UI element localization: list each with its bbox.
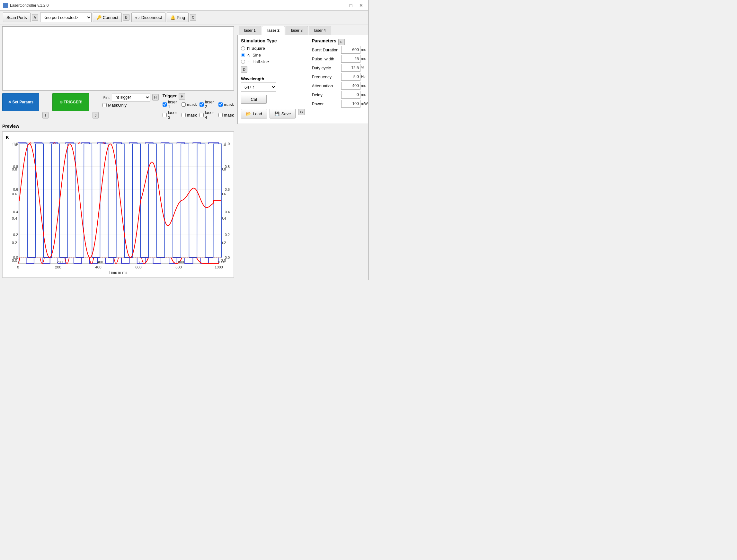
tab-laser4[interactable]: laser 4 — [309, 26, 331, 35]
left-panel: ✕ Set Params I ⊕ TRIGGER! J Pin: IntTrig… — [0, 24, 236, 280]
trigger-laser3-checkbox-label[interactable]: laser 3 — [162, 110, 179, 120]
trigger-laser4-checkbox-label[interactable]: laser 4 — [199, 110, 216, 120]
radio-group: ⊓ Square ∿ Sine ∼ Half-sin — [241, 46, 305, 64]
set-params-label: ✕ Set Params — [8, 100, 33, 104]
trigger-laser1-checkbox-label[interactable]: laser 1 — [162, 100, 179, 109]
halfsine-label: Half-sine — [252, 59, 269, 64]
load-save-row: 📂 Load 💾 Save G — [241, 107, 305, 120]
mask2-checkbox-label[interactable]: mask — [218, 102, 234, 107]
trigger-laser2-checkbox-label[interactable]: laser 2 — [199, 100, 216, 109]
trigger-laser3-checkbox[interactable] — [162, 113, 167, 117]
trigger-button[interactable]: ⊕ TRIGGER! — [52, 93, 89, 111]
ping-button[interactable]: 🔔 Ping — [167, 13, 189, 22]
duty-cycle-label: Duty cycle — [311, 66, 338, 70]
console-area — [2, 26, 234, 91]
cal-button[interactable]: Cal — [241, 95, 267, 104]
tabs-row: laser 1 laser 2 laser 3 laser 4 ? — [236, 24, 368, 35]
pin-select[interactable]: IntTrigger ExtTrigger Pin2 Pin3 — [112, 93, 150, 101]
pulse-width-label: Pulse_width — [311, 57, 338, 61]
delay-input-group: ms — [341, 91, 368, 99]
mask4-checkbox[interactable] — [218, 113, 223, 117]
radio-halfsine-label[interactable]: ∼ Half-sine — [241, 59, 305, 64]
connect-icon: 🔑 — [96, 15, 101, 20]
radio-sine-label[interactable]: ∿ Sine — [241, 53, 305, 57]
delay-label: Delay — [311, 92, 338, 97]
maximize-button[interactable]: □ — [346, 2, 355, 9]
trigger-heading: Trigger — [162, 93, 177, 98]
titlebar-controls: – □ ✕ — [336, 2, 365, 9]
preview-label: Preview — [0, 122, 21, 129]
power-input[interactable] — [341, 100, 360, 108]
label-g-badge: G — [298, 109, 304, 115]
pin-controls: Pin: IntTrigger ExtTrigger Pin2 Pin3 H M… — [102, 93, 159, 108]
tab-laser1[interactable]: laser 1 — [239, 26, 261, 35]
radio-square-label[interactable]: ⊓ Square — [241, 46, 305, 51]
pulse-width-input[interactable] — [341, 55, 360, 63]
stim-type-section: Stimulation Type ⊓ Square ∿ Sine — [241, 38, 305, 120]
scan-ports-button[interactable]: Scan Ports — [3, 13, 31, 22]
trigger-grid: laser 1 mask laser 2 mask laser 3 mask l… — [162, 100, 234, 120]
frequency-input[interactable] — [341, 73, 360, 81]
trigger-label: ⊕ TRIGGER! — [59, 100, 83, 104]
load-icon: 📂 — [246, 111, 251, 116]
burst-duration-label: Burst Duration — [311, 48, 338, 52]
right-panel: laser 1 laser 2 laser 3 laser 4 ? Stimul… — [236, 24, 368, 280]
trigger-laser2-checkbox[interactable] — [199, 102, 204, 107]
square-icon: ⊓ — [247, 46, 250, 51]
params-heading-row: Parameters E — [311, 38, 368, 46]
burst-duration-input[interactable] — [341, 46, 360, 54]
square-label: Square — [251, 46, 265, 51]
label-j-badge: J — [92, 112, 99, 118]
params-grid: Burst Duration ms ▲ ▼ Pulse_width — [311, 46, 368, 108]
delay-input[interactable] — [341, 91, 360, 99]
pin-label: Pin: — [102, 95, 110, 100]
titlebar-left: LaserController v.1.2.0 — [3, 3, 49, 8]
preview-row: Preview — [0, 122, 236, 129]
save-icon: 💾 — [274, 111, 279, 116]
chart-wrap: 1.0 0.8 0.6 0.4 0.2 0.0 1.0 0.8 0.6 0.4 … — [6, 140, 230, 269]
save-button[interactable]: 💾 Save — [269, 109, 296, 118]
trigger-laser1-checkbox[interactable] — [162, 102, 167, 107]
disconnect-button[interactable]: ●○ Disconnect — [131, 13, 165, 22]
mask4-checkbox-label[interactable]: mask — [218, 113, 234, 118]
mask1-checkbox-label[interactable]: mask — [181, 102, 197, 107]
body-area: ✕ Set Params I ⊕ TRIGGER! J Pin: IntTrig… — [0, 24, 368, 280]
attenuation-input-group: ms — [341, 82, 368, 90]
close-button[interactable]: ✕ — [356, 2, 365, 9]
label-h-badge: H — [152, 94, 159, 101]
maskonly-checkbox-label[interactable]: MaskOnly — [102, 103, 159, 108]
main-window: LaserController v.1.2.0 – □ ✕ Scan Ports… — [0, 0, 368, 280]
radio-sine[interactable] — [241, 53, 245, 57]
attenuation-input[interactable] — [341, 82, 360, 90]
power-input-group: mW — [341, 100, 368, 108]
controls-row: ✕ Set Params I ⊕ TRIGGER! J Pin: IntTrig… — [0, 91, 236, 122]
stim-type-heading: Stimulation Type — [241, 38, 305, 43]
minimize-button[interactable]: – — [336, 2, 345, 9]
radio-halfsine[interactable] — [241, 60, 245, 64]
wavelength-section: Wavelength 647 r 532 g 488 b 405 v — [241, 76, 305, 92]
chart-area: K 1.0 0.8 0.6 0.4 0.2 0.0 1.0 0.8 0. — [2, 131, 234, 278]
mask1-checkbox[interactable] — [181, 102, 186, 107]
trigger-laser4-checkbox[interactable] — [199, 113, 204, 117]
mask2-checkbox[interactable] — [218, 102, 223, 107]
mask3-checkbox[interactable] — [181, 113, 186, 117]
app-icon — [3, 3, 8, 8]
tab-laser3[interactable]: laser 3 — [285, 26, 308, 35]
label-k-badge: K — [6, 135, 9, 140]
tab-laser2[interactable]: laser 2 — [262, 26, 285, 35]
load-button[interactable]: 📂 Load — [241, 109, 267, 118]
port-select[interactable]: <no port selected> — [40, 13, 92, 22]
bell-icon: 🔔 — [170, 15, 175, 20]
wavelength-select[interactable]: 647 r 532 g 488 b 405 v — [241, 83, 276, 92]
label-a-badge: A — [32, 14, 38, 21]
radio-square[interactable] — [241, 46, 245, 50]
wave-chart-canvas — [6, 140, 230, 269]
sine-icon: ∿ — [247, 53, 250, 57]
pin-row: Pin: IntTrigger ExtTrigger Pin2 Pin3 H — [102, 93, 159, 101]
power-label: Power — [311, 101, 338, 106]
duty-cycle-input[interactable] — [341, 64, 360, 72]
maskonly-checkbox[interactable] — [102, 103, 107, 107]
set-params-button[interactable]: ✕ Set Params — [2, 93, 39, 111]
connect-button[interactable]: 🔑 Connect — [93, 13, 122, 22]
mask3-checkbox-label[interactable]: mask — [181, 113, 197, 118]
